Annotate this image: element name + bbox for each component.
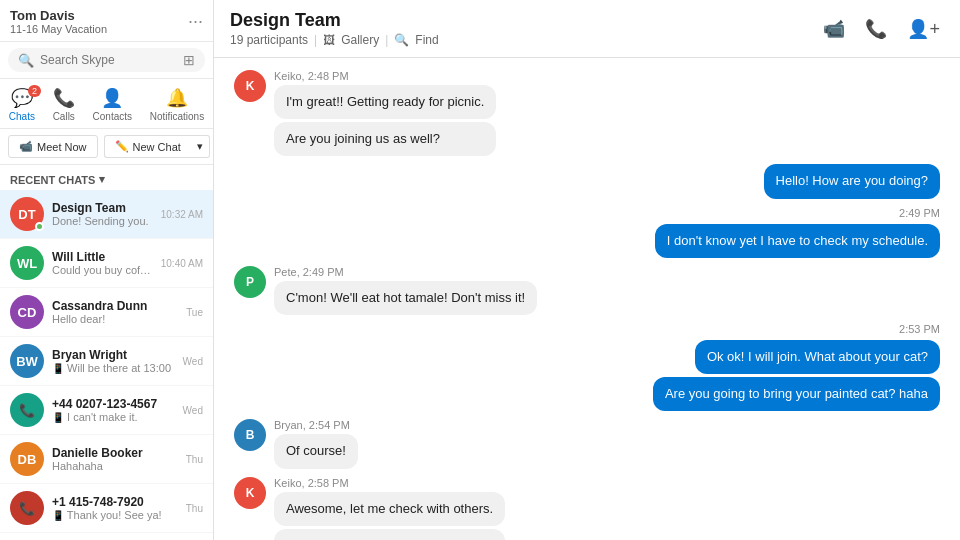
list-item[interactable]: DB Danielle Booker Hahahaha Thu bbox=[0, 435, 213, 484]
chat-meta: Tue bbox=[186, 307, 203, 318]
more-options-icon[interactable]: ··· bbox=[188, 11, 203, 32]
message-bubble: Hello! How are you doing? bbox=[764, 164, 940, 198]
message-bubble: Ok ok! I will join. What about your cat? bbox=[695, 340, 940, 374]
message-content: Hello! How are you doing? bbox=[764, 164, 940, 198]
video-call-button[interactable]: 📹 bbox=[819, 14, 849, 44]
chat-name: Danielle Booker bbox=[52, 446, 178, 460]
message-bubble: Of course! bbox=[274, 434, 358, 468]
tab-contacts[interactable]: 👤 Contacts bbox=[85, 85, 140, 124]
chat-meta: 10:40 AM bbox=[161, 258, 203, 269]
list-item[interactable]: BW Bryan Wright 📱 Will be there at 13:00… bbox=[0, 337, 213, 386]
grid-icon[interactable]: ⊞ bbox=[183, 52, 195, 68]
tab-notifications[interactable]: 🔔 Notifications bbox=[142, 85, 212, 124]
user-name: Tom Davis bbox=[10, 8, 107, 23]
sidebar: Tom Davis 11-16 May Vacation ··· 🔍 ⊞ 💬 C… bbox=[0, 0, 214, 540]
find-label[interactable]: Find bbox=[415, 33, 438, 47]
chat-time: Thu bbox=[186, 454, 203, 465]
nav-tabs: 💬 Chats 2 📞 Calls 👤 Contacts 🔔 Notificat… bbox=[0, 79, 213, 129]
chevron-down-icon: ▾ bbox=[99, 173, 105, 186]
new-chat-label: New Chat bbox=[133, 141, 181, 153]
message-sender-time: Pete, 2:49 PM bbox=[274, 266, 537, 278]
meet-now-icon: 📹 bbox=[19, 140, 33, 153]
list-item[interactable]: CD Cassandra Dunn Hello dear! Tue bbox=[0, 288, 213, 337]
message-row: K Keiko, 2:48 PM I'm great!! Getting rea… bbox=[234, 70, 940, 156]
avatar: K bbox=[234, 70, 266, 102]
chat-info: +44 0207-123-4567 📱 I can't make it. bbox=[52, 397, 175, 423]
message-row: K Keiko, 2:58 PM Awesome, let me check w… bbox=[234, 477, 940, 541]
avatar: WL bbox=[10, 246, 44, 280]
user-info: Tom Davis 11-16 May Vacation bbox=[10, 8, 107, 35]
chat-subtitle: 19 participants | 🖼 Gallery | 🔍 Find bbox=[230, 33, 439, 47]
tab-calls[interactable]: 📞 Calls bbox=[45, 85, 83, 124]
messages-area: K Keiko, 2:48 PM I'm great!! Getting rea… bbox=[214, 58, 960, 540]
message-time: 2:53 PM bbox=[899, 323, 940, 335]
chat-list: DT Design Team Done! Sending you. 10:32 … bbox=[0, 190, 213, 540]
message-sender-time: Keiko, 2:48 PM bbox=[274, 70, 496, 82]
message-content: Keiko, 2:48 PM I'm great!! Getting ready… bbox=[274, 70, 496, 156]
participants-count: 19 participants bbox=[230, 33, 308, 47]
message-time: 2:49 PM bbox=[899, 207, 940, 219]
tab-chats-label: Chats bbox=[9, 111, 35, 122]
user-status: 11-16 May Vacation bbox=[10, 23, 107, 35]
avatar: DT bbox=[10, 197, 44, 231]
message-row: B Bryan, 2:54 PM Of course! bbox=[234, 419, 940, 468]
message-row: P Pete, 2:49 PM C'mon! We'll eat hot tam… bbox=[234, 266, 940, 315]
chats-badge: 2 bbox=[28, 85, 41, 97]
new-chat-wrap: ✏️ New Chat ▾ bbox=[104, 135, 210, 158]
new-chat-button[interactable]: ✏️ New Chat bbox=[104, 135, 191, 158]
add-participant-button[interactable]: 👤+ bbox=[903, 14, 944, 44]
message-bubble: Awesome, let me check with others. bbox=[274, 492, 505, 526]
gallery-label[interactable]: Gallery bbox=[341, 33, 379, 47]
chat-time: Tue bbox=[186, 307, 203, 318]
list-item[interactable]: DT Design Team Done! Sending you. 10:32 … bbox=[0, 190, 213, 239]
chat-time: Wed bbox=[183, 356, 203, 367]
list-item[interactable]: KL Kian Lambert Will do that man! Thu bbox=[0, 533, 213, 540]
search-icon: 🔍 bbox=[18, 53, 34, 68]
chat-info: Design Team Done! Sending you. bbox=[52, 201, 153, 227]
message-bubble: I'm great!! Getting ready for picnic. bbox=[274, 85, 496, 119]
list-item[interactable]: 📞 +44 0207-123-4567 📱 I can't make it. W… bbox=[0, 386, 213, 435]
new-chat-dropdown[interactable]: ▾ bbox=[191, 135, 210, 158]
message-content: 2:49 PM I don't know yet I have to check… bbox=[655, 207, 940, 258]
search-wrap: 🔍 ⊞ bbox=[8, 48, 205, 72]
chat-name: Design Team bbox=[52, 201, 153, 215]
chat-info: Will Little Could you buy coffee for me? bbox=[52, 250, 153, 276]
message-bubble: Are you going to bring your painted cat?… bbox=[653, 377, 940, 411]
chat-info: +1 415-748-7920 📱 Thank you! See ya! bbox=[52, 495, 178, 521]
message-bubble: I don't know yet I have to check my sche… bbox=[655, 224, 940, 258]
chat-header: Design Team 19 participants | 🖼 Gallery … bbox=[214, 0, 960, 58]
chat-meta: Thu bbox=[186, 503, 203, 514]
list-item[interactable]: WL Will Little Could you buy coffee for … bbox=[0, 239, 213, 288]
tab-chats[interactable]: 💬 Chats 2 bbox=[1, 85, 43, 124]
avatar: P bbox=[234, 266, 266, 298]
chat-meta: Wed bbox=[183, 405, 203, 416]
find-icon: 🔍 bbox=[394, 33, 409, 47]
chat-time: Thu bbox=[186, 503, 203, 514]
message-bubble: Are you okay with that place? bbox=[274, 529, 505, 540]
chat-time: Wed bbox=[183, 405, 203, 416]
chat-name: +44 0207-123-4567 bbox=[52, 397, 175, 411]
chat-name: Cassandra Dunn bbox=[52, 299, 178, 313]
chat-info: Bryan Wright 📱 Will be there at 13:00 bbox=[52, 348, 175, 374]
calls-icon: 📞 bbox=[53, 87, 75, 109]
chat-title: Design Team bbox=[230, 10, 439, 31]
message-content: Keiko, 2:58 PM Awesome, let me check wit… bbox=[274, 477, 505, 541]
avatar: BW bbox=[10, 344, 44, 378]
message-content: 2:53 PM Ok ok! I will join. What about y… bbox=[653, 323, 940, 411]
message-bubble: Are you joining us as well? bbox=[274, 122, 496, 156]
avatar: K bbox=[234, 477, 266, 509]
phone-icon: 📱 bbox=[52, 510, 64, 521]
online-indicator bbox=[35, 222, 44, 231]
tab-notifications-label: Notifications bbox=[150, 111, 204, 122]
message-row: 2:49 PM I don't know yet I have to check… bbox=[234, 207, 940, 258]
chat-time: 10:40 AM bbox=[161, 258, 203, 269]
recent-chats-label[interactable]: RECENT CHATS ▾ bbox=[0, 165, 213, 190]
audio-call-button[interactable]: 📞 bbox=[861, 14, 891, 44]
meet-now-button[interactable]: 📹 Meet Now bbox=[8, 135, 98, 158]
avatar: 📞 bbox=[10, 393, 44, 427]
search-input[interactable] bbox=[40, 53, 177, 67]
avatar: DB bbox=[10, 442, 44, 476]
chat-preview: Hello dear! bbox=[52, 313, 178, 325]
list-item[interactable]: 📞 +1 415-748-7920 📱 Thank you! See ya! T… bbox=[0, 484, 213, 533]
phone-icon: 📱 bbox=[52, 412, 64, 423]
